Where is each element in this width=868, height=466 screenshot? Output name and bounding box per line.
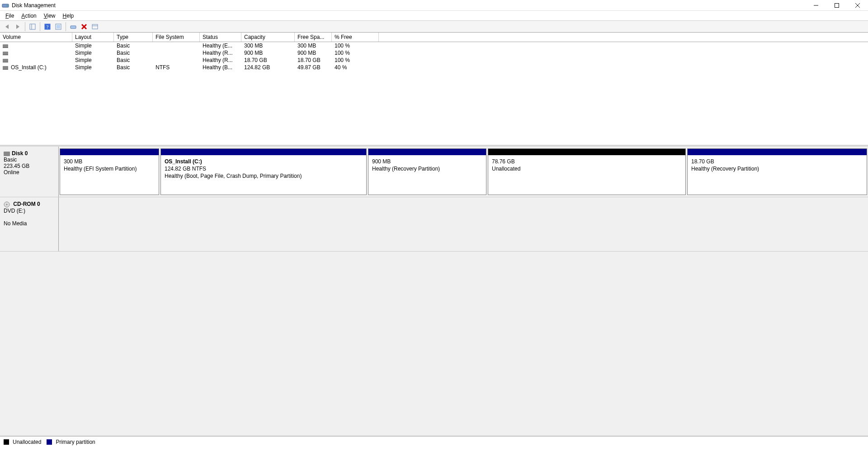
show-hide-console-tree-button[interactable] [28, 22, 38, 32]
partition-bar-icon [161, 149, 366, 155]
svg-rect-6 [30, 24, 35, 29]
minimize-button[interactable] [806, 0, 826, 11]
volume-capacity: 300 MB [241, 42, 295, 49]
partition-unallocated[interactable]: 78.76 GB Unallocated [488, 148, 686, 195]
disk-icon [4, 152, 10, 156]
settings-button[interactable] [53, 22, 63, 32]
volume-row[interactable]: OS_Install (C:) Simple Basic NTFS Health… [0, 64, 868, 71]
svg-point-18 [6, 204, 8, 205]
column-percent-free[interactable]: % Free [332, 33, 379, 42]
toolbar-separator [25, 22, 25, 31]
column-free-space[interactable]: Free Spa... [295, 33, 332, 42]
cdrom-name: CD-ROM 0 [13, 201, 40, 207]
cdrom-icon [4, 201, 10, 208]
partition-status: Healthy (Recovery Partition) [372, 165, 482, 172]
column-file-system[interactable]: File System [153, 33, 200, 42]
column-status[interactable]: Status [200, 33, 241, 42]
refresh-button[interactable] [68, 22, 78, 32]
menu-file[interactable]: File [2, 12, 18, 20]
cdrom-drive: DVD (E:) [4, 208, 55, 214]
cdrom-empty-area [59, 197, 868, 251]
column-volume[interactable]: Volume [0, 33, 72, 42]
partition-container: 300 MB Healthy (EFI System Partition) OS… [59, 147, 868, 197]
partition[interactable]: 900 MB Healthy (Recovery Partition) [368, 148, 486, 195]
toolbar: ? [0, 21, 868, 33]
partition[interactable]: OS_Install (C:) 124.82 GB NTFS Healthy (… [160, 148, 367, 195]
menu-help[interactable]: Help [59, 12, 78, 20]
volume-layout: Simple [72, 42, 114, 49]
toolbar-separator [40, 22, 40, 31]
svg-rect-15 [92, 24, 98, 29]
svg-rect-11 [57, 25, 60, 29]
disk-name: Disk 0 [12, 150, 28, 157]
partition-status: Healthy (Recovery Partition) [691, 165, 863, 172]
partition-status: Unallocated [492, 165, 682, 172]
menu-view[interactable]: View [40, 12, 59, 20]
partition-size: 78.76 GB [492, 158, 682, 165]
volume-icon [3, 44, 8, 48]
disk-size: 223.45 GB [4, 163, 55, 169]
partition[interactable]: 300 MB Healthy (EFI System Partition) [60, 148, 159, 195]
menu-action[interactable]: Action [18, 12, 40, 20]
legend-unallocated-label: Unallocated [13, 439, 41, 445]
forward-button[interactable] [13, 22, 23, 32]
partition-title: OS_Install (C:) [165, 158, 363, 165]
volume-type: Basic [114, 42, 153, 49]
arrow-left-icon [5, 24, 9, 29]
legend-swatch-primary-icon [47, 439, 52, 445]
partition-size: 124.82 GB NTFS [165, 165, 363, 172]
partition-bar-icon [368, 149, 486, 155]
back-button[interactable] [2, 22, 12, 32]
disk-row: Disk 0 Basic 223.45 GB Online 300 MB Hea… [0, 147, 868, 197]
legend: Unallocated Primary partition [0, 436, 868, 447]
volume-status: Healthy (E... [200, 42, 241, 49]
volume-free: 300 MB [295, 42, 332, 49]
volume-fs [153, 42, 200, 49]
window-title: Disk Management [12, 2, 56, 9]
volume-name: OS_Install (C:) [11, 64, 47, 71]
partition-status: Healthy (EFI System Partition) [64, 165, 155, 172]
partition-size: 900 MB [372, 158, 482, 165]
volume-percent: 100 % [332, 42, 379, 49]
volume-list-header: Volume Layout Type File System Status Ca… [0, 33, 868, 42]
svg-point-1 [7, 5, 8, 6]
menubar: File Action View Help [0, 11, 868, 21]
partition-status: Healthy (Boot, Page File, Crash Dump, Pr… [165, 172, 363, 180]
volume-row[interactable]: Simple Basic Healthy (R... 18.70 GB 18.7… [0, 57, 868, 64]
cdrom-row: CD-ROM 0 DVD (E:) No Media [0, 197, 868, 252]
partition[interactable]: 18.70 GB Healthy (Recovery Partition) [687, 148, 867, 195]
svg-text:?: ? [47, 24, 49, 29]
partition-bar-icon [60, 149, 159, 155]
volume-row[interactable]: Simple Basic Healthy (E... 300 MB 300 MB… [0, 42, 868, 49]
legend-primary-label: Primary partition [56, 439, 95, 445]
column-type[interactable]: Type [114, 33, 153, 42]
partition-bar-icon [688, 149, 867, 155]
delete-button[interactable] [79, 22, 89, 32]
volume-icon [3, 66, 8, 70]
svg-rect-3 [835, 3, 839, 7]
help-button[interactable]: ? [42, 22, 52, 32]
disk-map-pane: Disk 0 Basic 223.45 GB Online 300 MB Hea… [0, 147, 868, 436]
legend-swatch-unallocated-icon [4, 439, 9, 445]
app-icon [2, 2, 9, 9]
volume-list[interactable]: Volume Layout Type File System Status Ca… [0, 33, 868, 147]
properties-button[interactable] [90, 22, 100, 32]
toolbar-separator [66, 22, 66, 31]
partition-size: 18.70 GB [691, 158, 863, 165]
close-button[interactable] [847, 0, 868, 11]
cdrom-info[interactable]: CD-ROM 0 DVD (E:) No Media [0, 197, 59, 251]
disk-status: Online [4, 169, 55, 176]
titlebar: Disk Management [0, 0, 868, 11]
partition-size: 300 MB [64, 158, 155, 165]
column-layout[interactable]: Layout [72, 33, 114, 42]
svg-rect-12 [71, 26, 76, 29]
column-capacity[interactable]: Capacity [241, 33, 295, 42]
arrow-right-icon [16, 24, 19, 29]
cdrom-status: No Media [4, 220, 55, 227]
maximize-button[interactable] [826, 0, 847, 11]
volume-row[interactable]: Simple Basic Healthy (R... 900 MB 900 MB… [0, 49, 868, 57]
disk-info[interactable]: Disk 0 Basic 223.45 GB Online [0, 147, 59, 197]
partition-bar-icon [488, 149, 685, 155]
volume-icon [3, 59, 8, 62]
volume-icon [3, 52, 8, 55]
